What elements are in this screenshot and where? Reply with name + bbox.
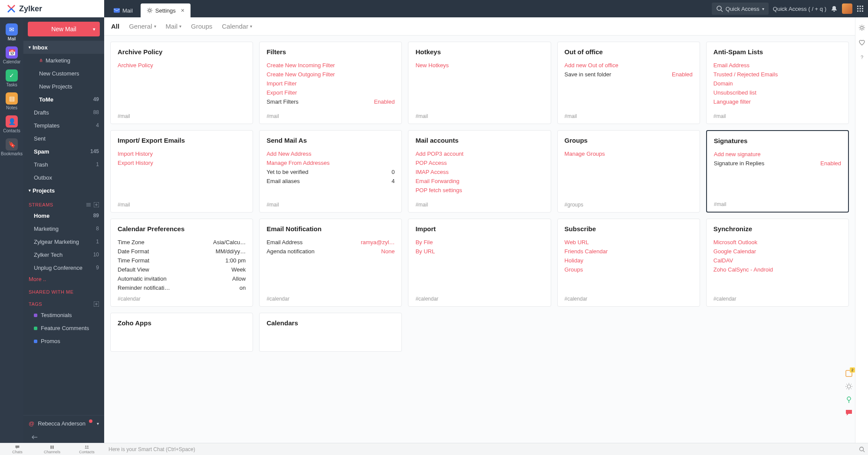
- card-link[interactable]: POP Access: [415, 158, 543, 167]
- card-link[interactable]: Unsubscribed list: [713, 88, 842, 97]
- card-groups[interactable]: GroupsManage Groups#groups: [557, 130, 700, 213]
- card-import[interactable]: ImportBy FileBy URL#calendar: [408, 219, 551, 307]
- card-calendar-preferences[interactable]: Calendar PreferencesTime ZoneAsia/Calcu……: [110, 219, 253, 307]
- card-link[interactable]: CalDAV: [713, 256, 842, 265]
- tag-testimonials[interactable]: Testimonials: [23, 308, 104, 321]
- card-link[interactable]: Add New Address: [266, 149, 395, 158]
- rail-item-bookmarks[interactable]: 🔖Bookmarks: [2, 137, 21, 158]
- card-link[interactable]: Import History: [118, 149, 246, 158]
- card-link[interactable]: By File: [415, 238, 543, 247]
- chevron-down-icon[interactable]: ▾: [97, 421, 99, 426]
- more-link[interactable]: More ..: [23, 274, 104, 284]
- folder-spam[interactable]: Spam145: [23, 145, 104, 158]
- card-link[interactable]: Email Forwarding: [415, 177, 543, 186]
- add-icon[interactable]: [94, 301, 99, 307]
- bottom-tab-chats[interactable]: Chats: [0, 445, 35, 454]
- card-zoho-apps[interactable]: Zoho Apps: [110, 313, 253, 352]
- card-link[interactable]: Add POP3 account: [415, 149, 543, 158]
- card-link[interactable]: Import Filter: [266, 79, 395, 88]
- card-link[interactable]: New Hotkeys: [415, 61, 543, 70]
- folder-new-customers[interactable]: New Customers: [23, 67, 104, 80]
- card-calendars[interactable]: Calendars: [259, 313, 402, 352]
- card-link[interactable]: Language filter: [713, 97, 842, 106]
- filter-all[interactable]: All: [111, 23, 119, 30]
- collapse-sidebar-button[interactable]: [23, 432, 104, 443]
- filter-groups[interactable]: Groups: [191, 23, 212, 30]
- stream-unplug-conference[interactable]: Unplug Conference9: [23, 261, 104, 274]
- card-link[interactable]: Manage From Addresses: [266, 158, 395, 167]
- current-user[interactable]: @ Rebecca Anderson ▾: [23, 415, 104, 432]
- stream-zylgear-marketing[interactable]: Zylgear Marketing1: [23, 235, 104, 248]
- card-link[interactable]: POP fetch settings: [415, 186, 543, 195]
- card-link[interactable]: Create New Incoming Filter: [266, 61, 395, 70]
- card-link[interactable]: Friends Calendar: [565, 247, 693, 256]
- card-archive-policy[interactable]: Archive PolicyArchive Policy#mail: [110, 42, 253, 124]
- settings-icon[interactable]: [86, 202, 91, 207]
- folder-templates[interactable]: Templates4: [23, 119, 104, 132]
- card-link[interactable]: Web URL: [565, 238, 693, 247]
- logo[interactable]: Zylker: [0, 0, 104, 17]
- rail-item-mail[interactable]: ✉Mail: [2, 22, 21, 43]
- folder-tome[interactable]: ToMe49: [23, 93, 104, 106]
- filter-general[interactable]: General▾: [129, 23, 156, 30]
- plug-icon[interactable]: [845, 395, 853, 404]
- folder-trash[interactable]: Trash1: [23, 158, 104, 171]
- card-link[interactable]: Email Address: [713, 61, 842, 70]
- card-link[interactable]: Domain: [713, 79, 842, 88]
- quick-access-dropdown[interactable]: Quick Access ▾: [712, 3, 769, 15]
- card-import-export-emails[interactable]: Import/ Export EmailsImport HistoryExpor…: [110, 130, 253, 213]
- folder-sent[interactable]: Sent: [23, 132, 104, 145]
- smart-chat-input[interactable]: Here is your Smart Chat (Ctrl+Space): [104, 446, 856, 452]
- folder-projects[interactable]: ▾Projects: [23, 184, 104, 197]
- bottom-tab-channels[interactable]: Channels: [35, 445, 69, 454]
- card-out-of-office[interactable]: Out of officeAdd new Out of officeSave i…: [557, 42, 700, 124]
- card-link[interactable]: Add new signature: [714, 150, 841, 159]
- card-synchronize[interactable]: SynchronizeMicrosoft OutlookGoogle Calen…: [706, 219, 849, 307]
- rail-item-tasks[interactable]: ✓Tasks: [2, 68, 21, 89]
- card-hotkeys[interactable]: HotkeysNew Hotkeys#mail: [408, 42, 551, 124]
- card-link[interactable]: Archive Policy: [118, 61, 246, 70]
- card-link[interactable]: Groups: [565, 265, 693, 274]
- chat-icon[interactable]: [845, 408, 853, 417]
- filter-calendar[interactable]: Calendar▾: [222, 23, 252, 30]
- stream-zylker-tech[interactable]: Zylker Tech10: [23, 248, 104, 261]
- stream-home[interactable]: Home89: [23, 209, 104, 222]
- gear-icon[interactable]: [858, 24, 865, 31]
- bottom-tab-contacts[interactable]: Contacts: [69, 445, 104, 454]
- card-anti-spam-lists[interactable]: Anti-Spam ListsEmail AddressTrusted / Re…: [706, 42, 849, 124]
- card-subscribe[interactable]: SubscribeWeb URLFriends CalendarHolidayG…: [557, 219, 700, 307]
- card-link[interactable]: IMAP Access: [415, 167, 543, 177]
- rail-item-notes[interactable]: ▤Notes: [2, 91, 21, 112]
- card-link[interactable]: Zoho CalSync - Android: [713, 265, 842, 274]
- card-link[interactable]: Manage Groups: [565, 149, 693, 158]
- folder-inbox[interactable]: ▾Inbox: [23, 41, 104, 54]
- tag-feature-comments[interactable]: Feature Comments: [23, 321, 104, 334]
- folder-new-projects[interactable]: New Projects: [23, 80, 104, 93]
- card-signatures[interactable]: SignaturesAdd new signatureSignature in …: [706, 130, 849, 213]
- add-icon[interactable]: [94, 202, 99, 207]
- new-mail-button[interactable]: New Mail ▾: [28, 22, 100, 36]
- bell-icon[interactable]: [831, 5, 838, 12]
- folder-marketing[interactable]: ⋔Marketing: [23, 54, 104, 67]
- tag-promos[interactable]: Promos: [23, 334, 104, 347]
- tab-settings[interactable]: Settings ×: [141, 3, 191, 17]
- stream-marketing[interactable]: Marketing8: [23, 222, 104, 235]
- notification-icon[interactable]: 2: [845, 369, 853, 378]
- chevron-down-icon[interactable]: ▾: [93, 26, 95, 32]
- filter-mail[interactable]: Mail▾: [166, 23, 182, 30]
- card-link[interactable]: Export History: [118, 158, 246, 167]
- card-filters[interactable]: FiltersCreate New Incoming FilterCreate …: [259, 42, 402, 124]
- rail-item-calendar[interactable]: 📅Calendar: [2, 45, 21, 66]
- card-link[interactable]: Trusted / Rejected Emails: [713, 70, 842, 79]
- card-mail-accounts[interactable]: Mail accountsAdd POP3 accountPOP AccessI…: [408, 130, 551, 213]
- card-link[interactable]: Microsoft Outlook: [713, 238, 842, 247]
- rail-item-contacts[interactable]: 👤Contacts: [2, 114, 21, 135]
- search-button[interactable]: [856, 446, 868, 452]
- card-send-mail-as[interactable]: Send Mail AsAdd New AddressManage From A…: [259, 130, 402, 213]
- brightness-icon[interactable]: [845, 382, 853, 391]
- card-link[interactable]: Create New Outgoing Filter: [266, 70, 395, 79]
- heart-icon[interactable]: [858, 39, 865, 46]
- card-link[interactable]: Export Filter: [266, 88, 395, 97]
- card-link[interactable]: Holiday: [565, 256, 693, 265]
- avatar[interactable]: [842, 3, 852, 14]
